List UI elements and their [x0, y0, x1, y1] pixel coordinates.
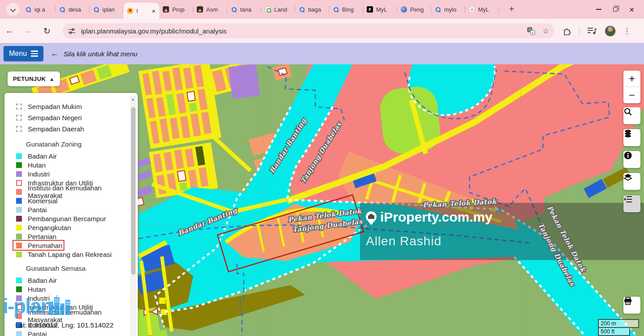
dashed-boundary-icon [16, 104, 22, 109]
scrollbar-thumb[interactable] [131, 107, 136, 275]
tab[interactable]: baga [295, 2, 329, 17]
app-menubar: Menu ← Sila klik untuk lihat menu [0, 43, 644, 64]
legend-item-label: Hutan [28, 286, 46, 293]
url-text[interactable]: iplan.planmalaysia.gov.my/public/modul_a… [81, 27, 527, 35]
legend-item-label: Badan Air [28, 277, 57, 284]
close-icon[interactable]: × [629, 5, 634, 14]
map-search-button[interactable] [623, 107, 640, 124]
iproperty-favicon-icon [163, 6, 169, 13]
tab-title: MyL [478, 6, 496, 13]
site-info-icon[interactable] [68, 27, 76, 35]
tab-close-icon[interactable]: × [152, 7, 156, 15]
tab[interactable]: Bing [329, 2, 363, 17]
map-layers-button[interactable] [623, 173, 640, 190]
search-favicon-icon [25, 6, 31, 13]
tab[interactable]: iplan [89, 2, 123, 17]
profile-avatar[interactable] [605, 25, 616, 37]
search-favicon-icon [299, 6, 305, 13]
tab[interactable]: MyL [465, 2, 499, 17]
tab-title: mylo [444, 6, 462, 13]
zoom-out-button[interactable]: − [623, 87, 640, 103]
legend-item-industri: Industri [16, 294, 138, 302]
tab-search-chevron-icon[interactable] [6, 3, 20, 16]
address-bar[interactable]: iplan.planmalaysia.gov.my/public/modul_a… [63, 23, 555, 38]
legend-item-label: Pantai [28, 206, 47, 214]
tab-title: Land [274, 6, 292, 13]
tab-title: Bing [342, 6, 360, 13]
color-swatch-icon [16, 180, 22, 186]
legend-item-pantai: Pantai [16, 329, 138, 336]
edge-favicon-icon: e [367, 6, 373, 13]
search-favicon-icon [333, 6, 339, 13]
menu-hint-text: Sila klik untuk lihat menu [64, 50, 137, 58]
legend-item-komersial: Komersial [16, 196, 138, 205]
legend-scrollbar[interactable]: ▲ [130, 96, 136, 336]
menu-back-arrow-icon[interactable]: ← [51, 49, 59, 59]
new-tab-button[interactable]: + [505, 3, 518, 16]
legend-item-industri: Industri [16, 169, 138, 178]
legend-item-label: Tanah Lapang dan Rekreasi [28, 251, 112, 258]
tab[interactable]: Peng [397, 2, 431, 17]
legend-item-label: Sempadan Mukim [28, 103, 82, 110]
tab[interactable]: Asm [193, 2, 227, 17]
legend-item-hutan: Hutan [16, 160, 138, 169]
scale-metric: 200 m [598, 319, 639, 328]
tab-title: MyL [376, 6, 394, 13]
database-icon [623, 129, 632, 138]
legend-item-label: Perumahan [28, 242, 63, 249]
tab-title: tana [240, 6, 258, 13]
tab[interactable]: tana [227, 2, 261, 17]
window-controls: × [586, 0, 644, 19]
legend-section-title: Gunatanah Zoning [26, 140, 138, 148]
extensions-puzzle-icon[interactable] [563, 26, 572, 35]
map-print-button[interactable] [623, 297, 640, 314]
toc-list-icon [623, 195, 632, 203]
color-swatch-icon [16, 162, 22, 168]
legend-item-hutan: Hutan [16, 285, 138, 294]
color-swatch-icon [16, 286, 22, 292]
legend-item-label: Pembangunan Bercampur [28, 215, 106, 223]
tab[interactable]: eMyL [363, 2, 397, 17]
tab[interactable]: Prop [159, 2, 193, 17]
legend-panel: Sempadan MukimSempadan NegeriSempadan Da… [4, 93, 138, 336]
tab-title: baga [308, 6, 326, 13]
tab[interactable]: iqi a [21, 2, 55, 17]
map-database-button[interactable] [623, 129, 640, 146]
toolbar-separator [579, 26, 580, 35]
legend-item-pembangunan-bercampur: Pembangunan Bercampur [16, 214, 138, 223]
map-info-button[interactable] [623, 151, 640, 168]
legend-item-pantai: Pantai [16, 205, 138, 214]
tab[interactable]: mylo [431, 2, 465, 17]
color-swatch-icon [16, 153, 22, 159]
legend-item-perumahan: Perumahan [16, 241, 138, 250]
legend-toggle-button[interactable]: PETUNJUK ▲ [8, 71, 60, 86]
reading-list-icon[interactable] [587, 27, 597, 35]
translate-icon[interactable]: G a [527, 27, 535, 35]
info-icon [623, 151, 632, 160]
tab-active[interactable]: I× [123, 3, 159, 19]
menu-button[interactable]: Menu [4, 46, 43, 61]
search-icon [623, 107, 632, 116]
tab[interactable]: Land [261, 2, 295, 17]
browser-menu-icon[interactable]: ⋮ [623, 27, 631, 35]
collapse-arrow-icon: ▲ [49, 76, 54, 82]
legend-list: Sempadan MukimSempadan NegeriSempadan Da… [4, 93, 138, 336]
legend-item-komersial: Komersial [16, 320, 138, 329]
bookmark-star-icon[interactable]: ☆ [542, 26, 549, 36]
map-legend-toggle-button[interactable] [623, 195, 640, 212]
legend-toggle-label: PETUNJUK [13, 76, 46, 82]
tab[interactable]: desa [55, 2, 89, 17]
legend-item-institusi-dan-kemudahan-masyarakat: Institusi dan Kemudahan Masyarakat [16, 311, 138, 320]
legend-item-badan-air: Badan Air [16, 276, 138, 285]
back-icon[interactable]: ← [4, 26, 15, 36]
legend-item-label: Pengangkutan [28, 224, 71, 231]
restore-icon[interactable] [613, 7, 618, 12]
zoom-in-button[interactable]: + [623, 71, 640, 87]
iproperty-favicon-icon [197, 6, 203, 13]
minimize-icon[interactable] [596, 9, 602, 10]
scroll-up-arrow-icon[interactable]: ▲ [130, 97, 136, 101]
legend-item-label: Industri [28, 294, 50, 302]
forward-icon: → [23, 26, 34, 36]
color-swatch-icon [16, 207, 22, 213]
reload-icon[interactable]: ↻ [42, 26, 52, 36]
